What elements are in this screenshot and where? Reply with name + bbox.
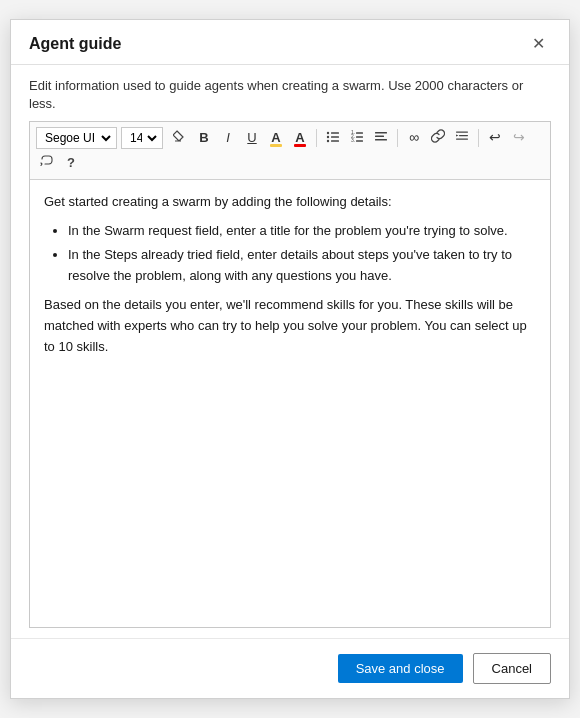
numbering-button[interactable]: 1. 2. 3. — [346, 127, 368, 150]
font-size-wrapper[interactable]: 8 10 11 12 14 16 18 24 — [121, 127, 163, 149]
font-color-button[interactable]: A — [289, 127, 311, 149]
toolbar-divider-3 — [478, 129, 479, 147]
svg-rect-5 — [331, 140, 339, 141]
editor-closing: Based on the details you enter, we'll re… — [44, 295, 536, 357]
unlink-button[interactable]: ∞ — [403, 126, 425, 150]
redo-button[interactable]: ↪ — [508, 126, 530, 150]
editor-bullet-2: In the Steps already tried field, enter … — [68, 245, 536, 287]
bullets-button[interactable] — [322, 127, 344, 150]
modal-footer: Save and close Cancel — [11, 638, 569, 698]
font-family-select[interactable]: Segoe UI Arial Calibri — [39, 129, 114, 147]
svg-rect-3 — [331, 136, 339, 137]
svg-point-2 — [327, 135, 329, 137]
close-button[interactable]: ✕ — [526, 34, 551, 54]
editor-intro: Get started creating a swarm by adding t… — [44, 192, 536, 213]
editor-list: In the Swarm request field, enter a titl… — [68, 221, 536, 287]
modal-description: Edit information used to guide agents wh… — [11, 65, 569, 121]
modal-title: Agent guide — [29, 35, 121, 53]
underline-button[interactable]: U — [241, 127, 263, 149]
bold-button[interactable]: B — [193, 127, 215, 149]
special-chars-button[interactable] — [36, 152, 58, 175]
svg-rect-1 — [331, 132, 339, 133]
link-button[interactable] — [427, 127, 449, 150]
toolbar-divider-1 — [316, 129, 317, 147]
undo-button[interactable]: ↩ — [484, 126, 506, 150]
svg-rect-11 — [356, 140, 363, 141]
svg-point-4 — [327, 139, 329, 141]
clear-formatting-button[interactable] — [169, 127, 191, 150]
editor-body[interactable]: Get started creating a swarm by adding t… — [30, 180, 550, 627]
svg-rect-16 — [459, 135, 468, 136]
svg-rect-9 — [356, 136, 363, 137]
save-and-close-button[interactable]: Save and close — [338, 654, 463, 683]
font-family-wrapper[interactable]: Segoe UI Arial Calibri — [36, 127, 117, 149]
svg-rect-7 — [356, 132, 363, 133]
editor-container: Segoe UI Arial Calibri 8 10 11 12 14 16 … — [29, 121, 551, 628]
font-size-select[interactable]: 8 10 11 12 14 16 18 24 — [124, 129, 160, 147]
svg-point-0 — [327, 131, 329, 133]
toolbar: Segoe UI Arial Calibri 8 10 11 12 14 16 … — [30, 122, 550, 179]
svg-rect-14 — [375, 139, 387, 141]
highlight-button[interactable]: A — [265, 127, 287, 149]
cancel-button[interactable]: Cancel — [473, 653, 551, 684]
align-button[interactable] — [370, 127, 392, 150]
editor-bullet-1: In the Swarm request field, enter a titl… — [68, 221, 536, 242]
svg-rect-13 — [375, 135, 384, 137]
svg-text:3.: 3. — [351, 137, 355, 143]
svg-rect-12 — [375, 132, 387, 134]
italic-button[interactable]: I — [217, 127, 239, 149]
svg-rect-17 — [456, 138, 468, 139]
toolbar-divider-2 — [397, 129, 398, 147]
svg-rect-15 — [456, 131, 468, 132]
agent-guide-modal: Agent guide ✕ Edit information used to g… — [10, 19, 570, 699]
help-button[interactable]: ? — [60, 152, 82, 174]
indent-button[interactable] — [451, 127, 473, 150]
modal-header: Agent guide ✕ — [11, 20, 569, 65]
